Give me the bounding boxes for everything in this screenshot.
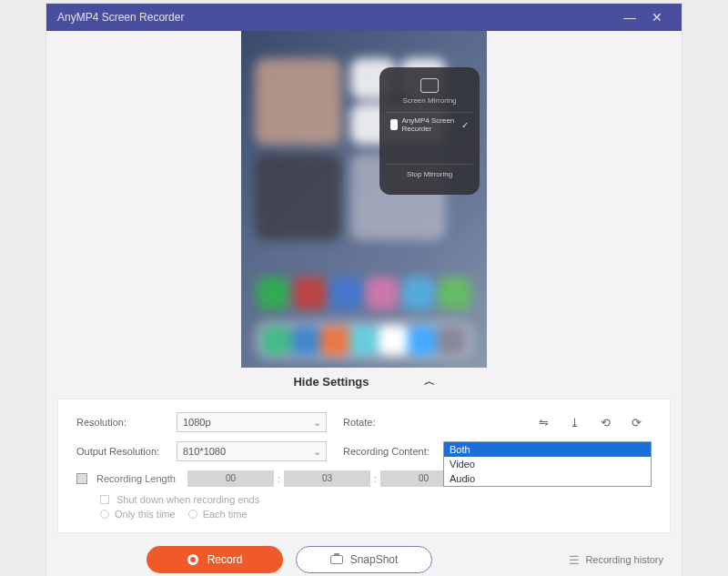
titlebar: AnyMP4 Screen Recorder — ✕ — [46, 4, 682, 31]
checkmark-icon: ✓ — [461, 120, 469, 130]
rotate-right-icon[interactable]: ⟳ — [628, 414, 644, 430]
each-time-radio[interactable] — [188, 510, 197, 519]
record-icon — [187, 554, 198, 565]
hide-settings-toggle[interactable]: Hide Settings ︿ — [46, 368, 682, 395]
app-title: AnyMP4 Screen Recorder — [57, 11, 616, 24]
only-this-label: Only this time — [115, 509, 176, 520]
length-minutes[interactable]: 03 — [284, 470, 370, 487]
snapshot-button[interactable]: SnapShot — [296, 546, 432, 573]
recording-content-dropdown: Both Video Audio — [443, 441, 652, 487]
output-resolution-label: Output Resolution: — [76, 446, 177, 457]
record-button[interactable]: Record — [147, 546, 283, 573]
minimize-icon[interactable]: — — [616, 10, 643, 25]
list-icon: ☰ — [569, 553, 580, 567]
device-preview: Screen Mirroring AnyMP4 Screen Recorder … — [241, 31, 487, 368]
app-window: AnyMP4 Screen Recorder — ✕ — [46, 3, 682, 576]
mirror-title: Screen Mirroring — [387, 96, 472, 105]
preview-area: Screen Mirroring AnyMP4 Screen Recorder … — [46, 31, 682, 368]
recording-history-link[interactable]: ☰ Recording history — [569, 553, 663, 567]
recording-length-checkbox[interactable] — [76, 473, 87, 484]
each-time-label: Each time — [203, 509, 248, 520]
resolution-label: Resolution: — [76, 417, 177, 428]
length-hours[interactable]: 00 — [187, 470, 274, 487]
stop-mirroring[interactable]: Stop Mirroring — [387, 164, 472, 178]
flip-horizontal-icon[interactable]: ⇋ — [535, 414, 551, 430]
screen-mirroring-panel: Screen Mirroring AnyMP4 Screen Recorder … — [379, 67, 480, 195]
rotate-left-icon[interactable]: ⟲ — [597, 414, 613, 430]
option-audio[interactable]: Audio — [444, 471, 651, 486]
rotate-label: Rotate: — [343, 417, 443, 428]
mirror-icon — [420, 78, 439, 93]
only-this-time-radio[interactable] — [100, 510, 109, 519]
resolution-select[interactable]: 1080p ⌄ — [177, 412, 327, 432]
recording-content-label: Recording Content: — [343, 446, 443, 457]
option-video[interactable]: Video — [444, 457, 651, 471]
bottom-bar: Record SnapShot ☰ Recording history — [46, 537, 682, 576]
flip-vertical-icon[interactable]: ⤓ — [566, 414, 582, 430]
recording-length-label: Recording Length — [96, 473, 187, 484]
recording-content-select[interactable]: ⌄ Both Video Audio — [443, 441, 652, 461]
output-resolution-select[interactable]: 810*1080 ⌄ — [177, 441, 327, 461]
mirror-device-item[interactable]: AnyMP4 Screen Recorder ✓ — [387, 112, 472, 136]
shutdown-label: Shut down when recording ends — [116, 494, 259, 505]
chevron-down-icon: ⌄ — [308, 442, 326, 460]
chevron-up-icon: ︿ — [424, 374, 435, 389]
option-both[interactable]: Both — [444, 442, 651, 457]
close-icon[interactable]: ✕ — [643, 10, 671, 25]
settings-panel: Resolution: 1080p ⌄ Rotate: ⇋ ⤓ ⟲ ⟳ Outp… — [57, 399, 671, 533]
shutdown-checkbox[interactable] — [100, 495, 109, 504]
chevron-down-icon: ⌄ — [308, 413, 326, 431]
camera-icon — [330, 555, 343, 564]
